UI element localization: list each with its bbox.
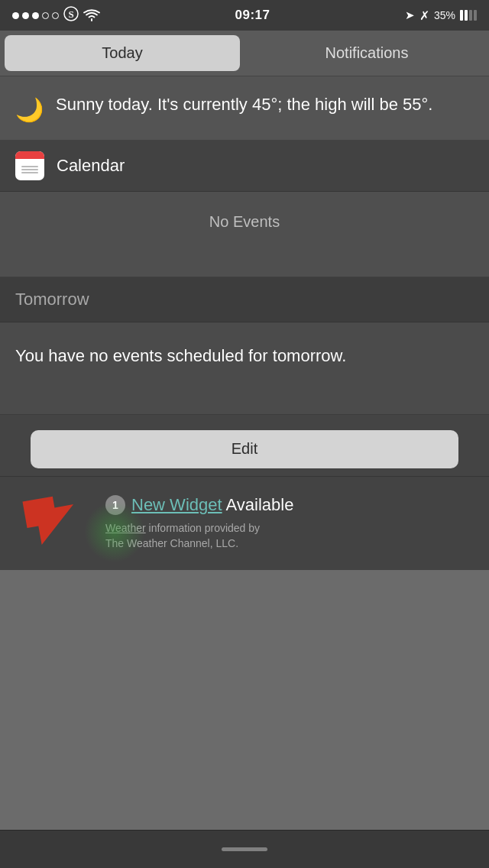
calendar-icon [15,151,44,180]
dot-2 [22,12,29,19]
home-indicator [222,847,267,851]
calendar-label: Calendar [57,156,125,176]
batt-3 [469,10,472,21]
tomorrow-text: You have no events scheduled for tomorro… [15,344,474,368]
tab-today[interactable]: Today [5,35,240,71]
time-display: 09:17 [235,8,270,23]
red-arrow-icon [15,489,92,558]
dot-4 [42,12,49,19]
battery-bar [460,10,477,21]
edit-section: Edit [0,415,489,477]
arrow-container [15,489,92,558]
battery-percent: 35% [434,9,455,21]
widget-area: 1 New Widget Available Weather informati… [0,477,489,570]
new-widget-text: New Widget Available [131,495,293,515]
batt-2 [465,10,468,21]
svg-marker-2 [22,493,79,546]
cal-line-2 [21,169,38,170]
dot-5 [52,12,59,19]
tomorrow-label: Tomorrow [15,290,89,309]
tomorrow-header: Tomorrow [0,277,489,322]
calendar-header: Calendar [0,141,489,192]
batt-1 [460,10,463,21]
svg-text:S: S [68,8,73,20]
dot-3 [32,12,39,19]
tomorrow-content: You have no events scheduled for tomorro… [0,322,489,415]
tab-bar: Today Notifications [0,31,489,76]
carrier-logo-icon: S [63,6,79,25]
signal-dots [12,12,59,19]
no-events-section: No Events [0,192,489,277]
bottom-bar [0,830,489,868]
bluetooth-icon: ✗ [419,8,429,23]
available-text: Available [226,495,294,514]
calendar-icon-top [15,151,44,159]
no-events-text: No Events [209,213,280,230]
tab-notifications[interactable]: Notifications [249,35,484,71]
status-bar: S 09:17 ➤ ✗ 35% [0,0,489,31]
calendar-icon-body [15,159,44,180]
weather-text: Sunny today. It's currently 45°; the hig… [56,93,432,117]
wifi-icon [83,9,100,21]
weather-section: 🌙 Sunny today. It's currently 45°; the h… [0,76,489,141]
green-glow [84,501,145,562]
batt-4 [474,10,477,21]
status-right: ➤ ✗ 35% [405,8,477,23]
edit-button[interactable]: Edit [31,430,458,468]
dot-1 [12,12,19,19]
status-left: S [12,6,100,25]
location-icon: ➤ [405,8,415,22]
moon-icon: 🌙 [15,96,44,123]
cal-line-3 [21,172,38,173]
calendar-icon-lines [21,166,38,173]
widget-link-text: New Widget [131,495,222,514]
cal-line-1 [21,166,38,167]
